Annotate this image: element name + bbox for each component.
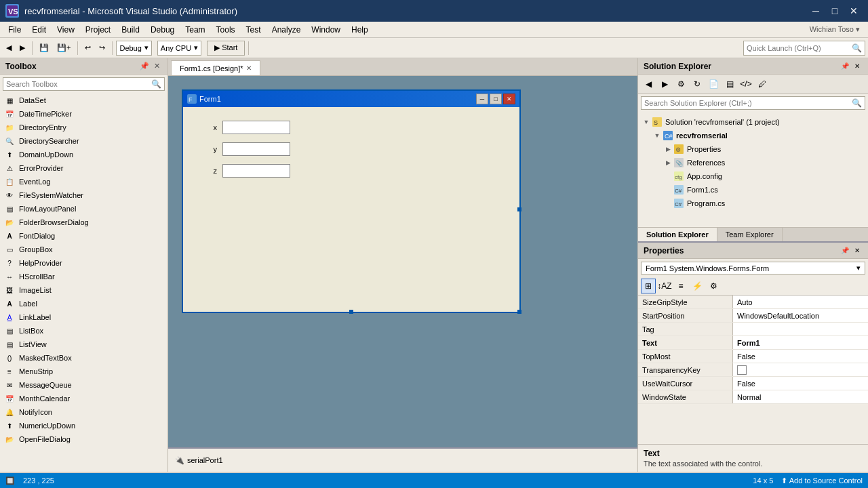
- menu-edit[interactable]: Edit: [26, 24, 52, 36]
- se-pin-btn[interactable]: 📌: [840, 61, 850, 72]
- tree-form1cs[interactable]: ▶ C# Form1.cs: [638, 183, 868, 197]
- tree-programcs[interactable]: ▶ C# Program.cs: [638, 197, 868, 210]
- se-viewcode-btn[interactable]: </>: [738, 77, 753, 92]
- tree-appconfig[interactable]: ▶ cfg App.config: [638, 169, 868, 183]
- menu-analyze[interactable]: Analyze: [267, 24, 307, 36]
- menu-view[interactable]: View: [52, 24, 80, 36]
- tree-project[interactable]: ▼ C# recvfromserial: [638, 129, 868, 142]
- toolbox-item-openfiledialog[interactable]: 📂 OpenFileDialog: [0, 432, 167, 446]
- properties-object-selector[interactable]: Form1 System.Windows.Forms.Form ▾: [641, 262, 865, 274]
- toolbox-item-errorprovider[interactable]: ⚠ ErrorProvider: [0, 161, 167, 175]
- component-serialport1[interactable]: 🔌 serialPort1: [175, 456, 223, 465]
- status-add-source[interactable]: ⬆ Add to Source Control: [781, 476, 863, 485]
- maximize-button[interactable]: □: [826, 4, 844, 18]
- start-button[interactable]: ▶ Start: [207, 41, 245, 56]
- save-btn[interactable]: 💾: [36, 41, 52, 56]
- toolbox-item-directorysearcher[interactable]: 🔍 DirectorySearcher: [0, 134, 167, 148]
- se-back-btn[interactable]: ◀: [641, 77, 656, 92]
- tab-solution-explorer[interactable]: Solution Explorer: [638, 228, 717, 241]
- prop-value-sizegripstyle[interactable]: Auto: [733, 296, 868, 308]
- tree-solution[interactable]: ▼ S Solution 'recvfromserial' (1 project…: [638, 115, 868, 129]
- expander-properties[interactable]: ▶: [663, 146, 673, 152]
- toolbox-pin-btn[interactable]: 📌: [139, 61, 150, 72]
- prop-value-tag[interactable]: [733, 323, 868, 336]
- prop-value-text[interactable]: Form1: [733, 336, 868, 349]
- toolbox-item-flowlayoutpanel[interactable]: ▤ FlowLayoutPanel: [0, 202, 167, 216]
- prop-value-usewaitcursor[interactable]: False: [733, 377, 868, 390]
- toolbox-search-input[interactable]: [6, 80, 151, 88]
- tab-form1-design[interactable]: Form1.cs [Design]* ✕: [171, 60, 260, 75]
- se-viewdesigner-btn[interactable]: 🖊: [755, 77, 770, 92]
- toolbox-item-menustrip[interactable]: ≡ MenuStrip: [0, 365, 167, 378]
- toolbox-item-listbox[interactable]: ▤ ListBox: [0, 324, 167, 338]
- quick-launch[interactable]: 🔍: [743, 41, 865, 56]
- prop-value-startposition[interactable]: WindowsDefaultLocation: [733, 309, 868, 322]
- prop-propertypages-btn[interactable]: ⚙: [706, 279, 721, 293]
- menu-build[interactable]: Build: [116, 24, 145, 36]
- toolbox-item-linklabel[interactable]: A LinkLabel: [0, 310, 167, 324]
- toolbox-item-messagequeue[interactable]: ✉ MessageQueue: [0, 378, 167, 392]
- user-label[interactable]: Wichian Toso ▾: [804, 25, 865, 34]
- prop-events-btn[interactable]: ⚡: [690, 279, 705, 293]
- menu-file[interactable]: File: [3, 24, 26, 36]
- form-maximize-btn[interactable]: □: [490, 94, 502, 104]
- undo-btn[interactable]: ↩: [81, 41, 94, 56]
- toolbox-item-helpprovider[interactable]: ? HelpProvider: [0, 256, 167, 270]
- minimize-button[interactable]: ─: [807, 4, 825, 18]
- design-surface[interactable]: F Form1 ─ □ ✕ x y: [168, 76, 637, 447]
- prop-properties-btn[interactable]: ≡: [673, 279, 688, 293]
- se-showallfiles-btn[interactable]: 📄: [706, 77, 721, 92]
- toolbox-item-hscrollbar[interactable]: ↔ HScrollBar: [0, 270, 167, 283]
- toolbox-item-label[interactable]: A Label: [0, 297, 167, 310]
- menu-team[interactable]: Team: [180, 24, 210, 36]
- se-forward-btn[interactable]: ▶: [657, 77, 672, 92]
- menu-test[interactable]: Test: [241, 24, 267, 36]
- resize-handle-corner[interactable]: [517, 310, 521, 314]
- prop-value-windowstate[interactable]: Normal: [733, 390, 868, 403]
- expander-project[interactable]: ▼: [652, 132, 663, 139]
- prop-alphabetical-btn[interactable]: ↕AZ: [657, 279, 672, 293]
- form-input-y[interactable]: [222, 142, 290, 156]
- prop-categorized-btn[interactable]: ⊞: [641, 279, 656, 293]
- tree-references[interactable]: ▶ 📎 References: [638, 156, 868, 169]
- expander-references[interactable]: ▶: [663, 159, 673, 166]
- toolbox-close-btn[interactable]: ✕: [151, 61, 162, 72]
- prop-pin-btn[interactable]: 📌: [840, 245, 850, 256]
- prop-close-btn[interactable]: ✕: [852, 245, 863, 256]
- tab-team-explorer[interactable]: Team Explorer: [717, 228, 783, 241]
- se-refresh-btn[interactable]: ↻: [690, 77, 705, 92]
- form-input-z[interactable]: [222, 164, 290, 178]
- form-minimize-btn[interactable]: ─: [476, 94, 488, 104]
- se-search-box[interactable]: 🔍: [641, 96, 865, 110]
- expander-solution[interactable]: ▼: [641, 119, 652, 125]
- toolbox-item-maskedtextbox[interactable]: () MaskedTextBox: [0, 351, 167, 365]
- se-close-btn[interactable]: ✕: [852, 61, 863, 72]
- save-all-btn[interactable]: 💾+: [54, 41, 74, 56]
- tab-close-icon[interactable]: ✕: [246, 64, 252, 72]
- toolbox-item-eventlog[interactable]: 📋 EventLog: [0, 175, 167, 188]
- se-search-input[interactable]: [644, 99, 852, 107]
- form-close-btn[interactable]: ✕: [503, 94, 515, 104]
- toolbox-item-domainupdown[interactable]: ⬆ DomainUpDown: [0, 148, 167, 161]
- toolbox-item-dataset[interactable]: ▦ DataSet: [0, 94, 167, 107]
- toolbox-item-imagelist[interactable]: 🖼 ImageList: [0, 283, 167, 297]
- menu-window[interactable]: Window: [306, 24, 346, 36]
- redo-btn[interactable]: ↪: [96, 41, 108, 56]
- prop-value-topmost[interactable]: False: [733, 350, 868, 363]
- close-button[interactable]: ✕: [845, 4, 863, 18]
- toolbox-item-numericupdown[interactable]: ⬆ NumericUpDown: [0, 419, 167, 432]
- toolbox-item-monthcalendar[interactable]: 📅 MonthCalendar: [0, 392, 167, 405]
- resize-handle-right[interactable]: [517, 207, 521, 211]
- back-btn[interactable]: ◀: [3, 41, 15, 56]
- toolbox-item-groupbox[interactable]: ▭ GroupBox: [0, 243, 167, 256]
- resize-handle-bottom[interactable]: [349, 310, 353, 314]
- debug-mode-dropdown[interactable]: Debug ▾: [116, 41, 151, 56]
- se-collapse-btn[interactable]: ▤: [722, 77, 737, 92]
- toolbox-item-notifyicon[interactable]: 🔔 NotifyIcon: [0, 405, 167, 419]
- menu-project[interactable]: Project: [80, 24, 116, 36]
- toolbox-item-listview[interactable]: ▤ ListView: [0, 338, 167, 351]
- prop-value-transparencykey[interactable]: [733, 363, 868, 376]
- toolbox-item-folderbrowserdialog[interactable]: 📂 FolderBrowserDialog: [0, 216, 167, 229]
- quick-launch-input[interactable]: [747, 44, 852, 52]
- toolbox-item-datetimepicker[interactable]: 📅 DateTimePicker: [0, 107, 167, 121]
